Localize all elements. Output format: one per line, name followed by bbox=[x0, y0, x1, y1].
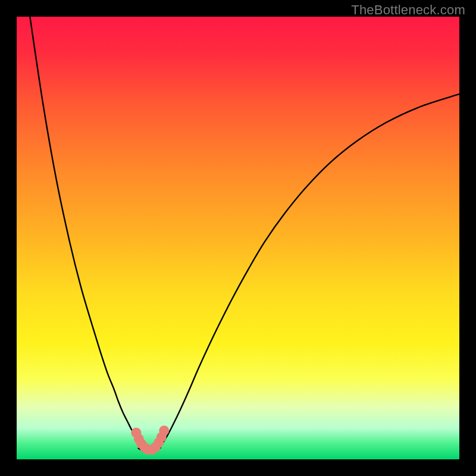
valley-marker bbox=[159, 425, 169, 436]
chart-canvas bbox=[17, 17, 459, 459]
gradient-background bbox=[17, 17, 459, 459]
watermark-text: TheBottleneck.com bbox=[351, 2, 465, 18]
plot-area bbox=[17, 17, 459, 459]
outer-frame: TheBottleneck.com bbox=[0, 0, 476, 476]
